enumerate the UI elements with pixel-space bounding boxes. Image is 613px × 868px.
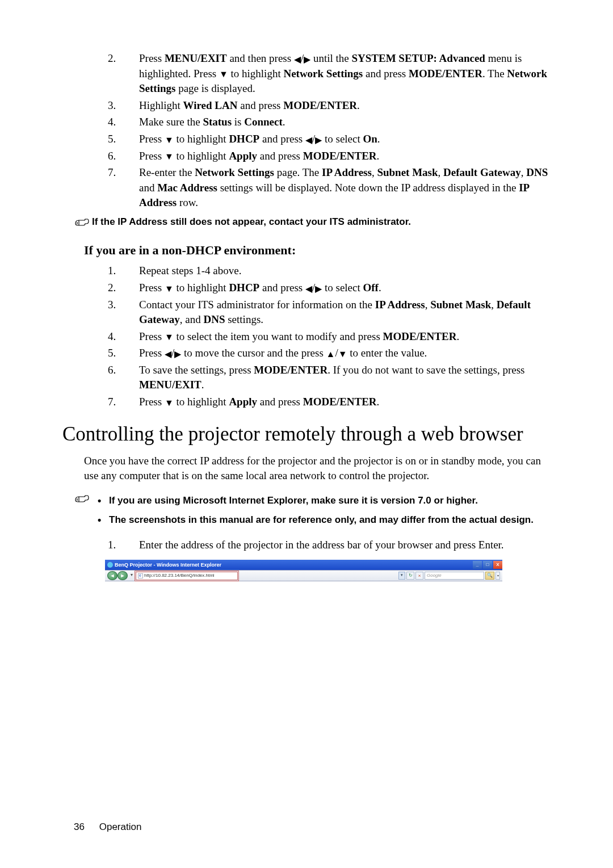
- list-text: Press ▼ to highlight DHCP and press ◀/▶ …: [139, 282, 381, 293]
- stop-button[interactable]: ×: [415, 572, 423, 580]
- close-button[interactable]: X: [493, 561, 502, 569]
- address-bar[interactable]: http://10.82.23.14/BenQ/index.html: [136, 572, 238, 580]
- list-item: 5.Press ◀/▶ to move the cursor and the p…: [108, 346, 551, 361]
- page-number: 36: [74, 820, 96, 834]
- refresh-button[interactable]: ↻: [406, 572, 414, 580]
- list-number: 2.: [108, 51, 116, 66]
- browser-screenshot: BenQ Projector - Windows Internet Explor…: [105, 560, 502, 581]
- list-number: 2.: [108, 280, 116, 296]
- list-text: Make sure the Status is Connect.: [139, 116, 285, 128]
- list-text: Enter the address of the projector in th…: [139, 539, 504, 551]
- hand-pointing-icon: [74, 216, 91, 232]
- ie-logo-icon: [107, 562, 113, 568]
- note-2: If you are using Microsoft Internet Expl…: [74, 492, 551, 532]
- list-item: 2.Press MENU/EXIT and then press ◀/▶ unt…: [108, 51, 551, 97]
- list-item: 6.To save the settings, press MODE/ENTER…: [108, 363, 551, 393]
- list-number: 4.: [108, 115, 116, 130]
- heading-controlling-remotely: Controlling the projector remotely throu…: [62, 420, 551, 448]
- note-bullet-list: If you are using Microsoft Internet Expl…: [92, 494, 534, 532]
- paragraph-intro: Once you have the correct IP address for…: [84, 454, 551, 484]
- list-number: 5.: [108, 132, 116, 147]
- list-number: 6.: [108, 149, 116, 164]
- forward-button[interactable]: ►: [117, 571, 128, 580]
- ie-titlebar: BenQ Projector - Windows Internet Explor…: [105, 560, 502, 570]
- list-text: Press ▼ to select the item you want to m…: [139, 330, 459, 342]
- note-bullet-item: The screenshots in this manual are for r…: [92, 513, 534, 527]
- search-go-button[interactable]: 🔍: [485, 572, 494, 580]
- nav-dropdown-icon[interactable]: ▼: [129, 573, 134, 578]
- page-footer: 36 Operation: [74, 820, 141, 834]
- list-text: Highlight Wired LAN and press MODE/ENTER…: [139, 99, 360, 111]
- list-text: Press ◀/▶ to move the cursor and the pre…: [139, 347, 427, 359]
- address-dropdown-button[interactable]: ▾: [398, 572, 405, 580]
- list-text: Press ▼ to highlight Apply and press MOD…: [139, 396, 379, 408]
- page-icon: [138, 573, 143, 578]
- list-text: Contact your ITS administrator for infor…: [139, 299, 531, 326]
- list-text: Repeat steps 1-4 above.: [139, 265, 241, 276]
- list-text: Press ▼ to highlight DHCP and press ◀/▶ …: [139, 133, 380, 145]
- list-text: To save the settings, press MODE/ENTER. …: [139, 364, 524, 391]
- minimize-button[interactable]: _: [473, 561, 482, 569]
- ordered-list-1: 2.Press MENU/EXIT and then press ◀/▶ unt…: [108, 51, 551, 211]
- hand-pointing-icon: [74, 493, 91, 508]
- list-number: 1.: [108, 538, 116, 553]
- ordered-list-2: 1.Repeat steps 1-4 above.2.Press ▼ to hi…: [108, 263, 551, 409]
- ordered-list-3: 1.Enter the address of the projector in …: [108, 538, 551, 553]
- list-text: Re-enter the Network Settings page. The …: [139, 166, 548, 208]
- back-button[interactable]: ◄: [107, 571, 117, 580]
- list-item: 3.Highlight Wired LAN and press MODE/ENT…: [108, 98, 551, 114]
- list-item: 7.Press ▼ to highlight Apply and press M…: [108, 395, 551, 410]
- subheading-non-dhcp: If you are in a non-DHCP environment:: [84, 242, 551, 259]
- url-text: http://10.82.23.14/BenQ/index.html: [144, 572, 215, 578]
- list-item: 5.Press ▼ to highlight DHCP and press ◀/…: [108, 132, 551, 147]
- list-item: 6.Press ▼ to highlight Apply and press M…: [108, 149, 551, 164]
- note-1: If the IP Address still does not appear,…: [74, 215, 551, 232]
- list-item: 4.Make sure the Status is Connect.: [108, 115, 551, 130]
- list-item: 1.Repeat steps 1-4 above.: [108, 263, 551, 279]
- list-item: 4.Press ▼ to select the item you want to…: [108, 329, 551, 345]
- list-number: 1.: [108, 263, 116, 279]
- list-number: 7.: [108, 165, 116, 181]
- list-number: 3.: [108, 297, 116, 313]
- list-number: 4.: [108, 329, 116, 345]
- list-number: 6.: [108, 363, 116, 378]
- list-number: 7.: [108, 395, 116, 410]
- ie-toolbar: ◄ ► ▼ http://10.82.23.14/BenQ/index.html…: [105, 570, 502, 581]
- list-number: 3.: [108, 98, 116, 114]
- list-number: 5.: [108, 346, 116, 361]
- note-text: If the IP Address still does not appear,…: [92, 215, 551, 229]
- list-item: 7.Re-enter the Network Settings page. Th…: [108, 165, 551, 211]
- page-content: 2.Press MENU/EXIT and then press ◀/▶ unt…: [74, 51, 551, 581]
- window-title: BenQ Projector - Windows Internet Explor…: [115, 561, 221, 569]
- section-name: Operation: [99, 821, 142, 832]
- note-bullet-item: If you are using Microsoft Internet Expl…: [92, 494, 534, 508]
- list-text: Press MENU/EXIT and then press ◀/▶ until…: [139, 52, 547, 94]
- list-item: 2.Press ▼ to highlight DHCP and press ◀/…: [108, 280, 551, 296]
- search-dropdown-button[interactable]: ▾: [496, 572, 500, 580]
- list-item: 1.Enter the address of the projector in …: [108, 538, 551, 553]
- search-box[interactable]: Google: [425, 572, 484, 580]
- maximize-button[interactable]: □: [483, 561, 492, 569]
- list-text: Press ▼ to highlight Apply and press MOD…: [139, 150, 379, 162]
- list-item: 3.Contact your ITS administrator for inf…: [108, 297, 551, 328]
